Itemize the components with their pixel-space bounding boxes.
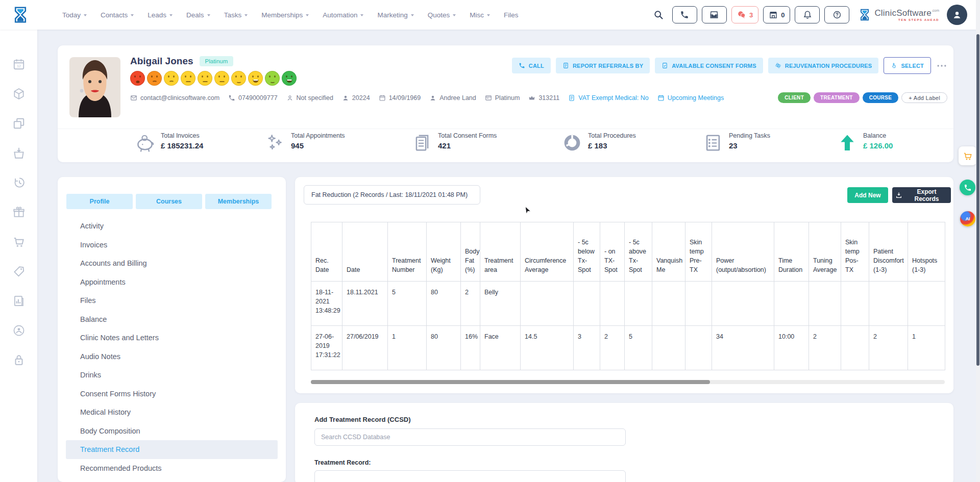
- tab-memberships[interactable]: Memberships: [205, 194, 272, 209]
- calendar-12-icon[interactable]: 12: [12, 58, 26, 71]
- notifications-button[interactable]: [795, 6, 820, 23]
- call-button[interactable]: CALL: [512, 58, 551, 73]
- sidebar-item-accounts-and-billing[interactable]: Accounts and Billing: [66, 254, 278, 273]
- export-records-button[interactable]: Export Records: [892, 187, 951, 203]
- rejuvenation-procedures-button[interactable]: REJUVENATION PROCEDURES: [768, 58, 879, 73]
- help-button[interactable]: [824, 6, 849, 23]
- store-button[interactable]: 0: [763, 6, 790, 23]
- sidebar-item-medical-history[interactable]: Medical History: [66, 403, 278, 422]
- report-referrals-by-button[interactable]: REPORT REFERRALS BY: [556, 58, 650, 73]
- chart-doc-icon[interactable]: [12, 294, 26, 308]
- nav-item-files[interactable]: Files: [504, 11, 519, 19]
- client-info-vat-exempt-medical-no[interactable]: VAT Exempt Medical: No: [568, 94, 649, 102]
- nav-item-memberships[interactable]: Memberships: [261, 11, 309, 19]
- nav-item-deals[interactable]: Deals: [186, 11, 210, 19]
- client-info-upcoming-meetings[interactable]: Upcoming Meetings: [657, 94, 724, 102]
- nav-item-leads[interactable]: Leads: [148, 11, 173, 19]
- nav-item-quotes[interactable]: Quotes: [428, 11, 456, 19]
- floating-ai-button[interactable]: AI: [960, 211, 975, 226]
- table-cell: [841, 326, 869, 370]
- select-button[interactable]: SELECT: [884, 57, 931, 74]
- ai-label: AI: [966, 216, 970, 221]
- stat-pending-tasks: Pending Tasks23: [703, 132, 770, 153]
- client-info-contact-clinicsoftware-com[interactable]: contact@clinicsoftware.com: [130, 94, 219, 102]
- inbox-button[interactable]: [702, 6, 727, 23]
- mood-emoji-6[interactable]: [214, 71, 229, 86]
- mood-emoji-3[interactable]: [164, 71, 179, 86]
- client-info-14-09-1969: 14/09/1969: [379, 94, 421, 102]
- person-icon: [429, 94, 436, 102]
- search-icon[interactable]: [653, 10, 664, 20]
- nav-item-contacts[interactable]: Contacts: [101, 11, 134, 19]
- app-logo-icon[interactable]: [11, 4, 30, 26]
- sidebar-item-recommended-products[interactable]: Recommended Products: [66, 459, 278, 478]
- sidebar-item-consent-forms-history[interactable]: Consent Forms History: [66, 385, 278, 403]
- nav-item-misc[interactable]: Misc: [470, 11, 490, 19]
- dialer-button[interactable]: [672, 6, 697, 23]
- sidebar-item-balance[interactable]: Balance: [66, 310, 278, 329]
- mood-emoji-7[interactable]: [231, 71, 246, 86]
- table-cell: Face: [480, 326, 521, 370]
- user-avatar[interactable]: [947, 5, 967, 25]
- sidebar-item-files[interactable]: Files: [66, 291, 278, 310]
- mood-emoji-1[interactable]: [130, 71, 145, 86]
- floating-cart-button[interactable]: [959, 146, 976, 165]
- cube-icon[interactable]: [12, 87, 26, 100]
- page-vertical-scrollbar[interactable]: [976, 0, 980, 482]
- mood-emoji-2[interactable]: [147, 71, 162, 86]
- sidebar-item-invoices[interactable]: Invoices: [66, 236, 278, 255]
- table-row-1[interactable]: 18-11- 2021 13:48:2918.11.20215802Belly: [311, 282, 945, 326]
- phone-icon: [964, 184, 972, 192]
- sidebar-item-activity[interactable]: Activity: [66, 217, 278, 236]
- record-selector[interactable]: Fat Reduction (2 Records / Last: 18/11/2…: [304, 185, 480, 205]
- client-info-313211: 313211: [528, 94, 559, 102]
- mood-emoji-10[interactable]: [282, 71, 297, 86]
- mood-emoji-5[interactable]: [198, 71, 212, 86]
- history-icon[interactable]: [12, 176, 26, 189]
- treatment-record-input[interactable]: [314, 470, 626, 482]
- nav-item-tasks[interactable]: Tasks: [224, 11, 248, 19]
- available-consent-forms-button[interactable]: AVAILABLE CONSENT FORMS: [655, 58, 763, 73]
- table-horizontal-scrollbar[interactable]: [311, 380, 945, 384]
- tag-icon[interactable]: [12, 265, 26, 278]
- support-icon[interactable]: [12, 324, 26, 337]
- sidebar-item-clinic-notes-and-letters[interactable]: Clinic Notes and Letters: [66, 328, 278, 347]
- floating-call-button[interactable]: [960, 180, 975, 195]
- client-info-07490009777[interactable]: 07490009777: [228, 94, 277, 102]
- client-labels: CLIENTTREATMENTCOURSE+ Add Label: [778, 92, 947, 103]
- chat-button[interactable]: 3: [731, 6, 758, 23]
- sidebar-item-treatment-record[interactable]: Treatment Record: [66, 440, 278, 459]
- client-photo[interactable]: [69, 57, 120, 117]
- table-cell: [685, 326, 712, 370]
- scrollbar-thumb[interactable]: [311, 380, 710, 384]
- sidebar-item-appointments[interactable]: Appointments: [66, 273, 278, 292]
- nav-item-marketing[interactable]: Marketing: [377, 11, 413, 19]
- sidebar-item-audio-notes[interactable]: Audio Notes: [66, 347, 278, 366]
- more-options-button[interactable]: [936, 60, 947, 71]
- lock-icon[interactable]: [12, 353, 26, 367]
- cart-icon[interactable]: [12, 235, 26, 248]
- nav-item-today[interactable]: Today: [62, 11, 87, 19]
- chevron-down-icon: [487, 14, 490, 16]
- mood-emoji-4[interactable]: [181, 71, 195, 86]
- sidebar-item-body-composition[interactable]: Body Composition: [66, 422, 278, 441]
- add-new-button[interactable]: Add New: [847, 187, 888, 203]
- gift-icon[interactable]: [12, 206, 26, 219]
- mood-emoji-8[interactable]: [248, 71, 263, 86]
- mood-emoji-9[interactable]: [265, 71, 280, 86]
- copy-icon[interactable]: [12, 117, 26, 130]
- tab-profile[interactable]: Profile: [66, 194, 133, 209]
- panel-nav-list: ActivityInvoicesAccounts and BillingAppo…: [58, 217, 286, 477]
- arrowup-icon: [838, 133, 857, 153]
- inbox-icon: [709, 10, 719, 19]
- tab-courses[interactable]: Courses: [136, 194, 202, 209]
- table-row-2[interactable]: 27-06- 2019 17:31:2227/06/201918016%Face…: [311, 326, 945, 370]
- ccsd-search-input[interactable]: [314, 428, 626, 446]
- sidebar-item-drinks[interactable]: Drinks: [66, 366, 278, 385]
- basket-icon[interactable]: [12, 146, 26, 160]
- add-label-button[interactable]: + Add Label: [901, 92, 947, 103]
- nav-item-automation[interactable]: Automation: [323, 11, 363, 19]
- scrollbar-thumb[interactable]: [976, 34, 979, 366]
- doc-icon: [562, 62, 569, 69]
- table-cell: 1: [388, 326, 427, 370]
